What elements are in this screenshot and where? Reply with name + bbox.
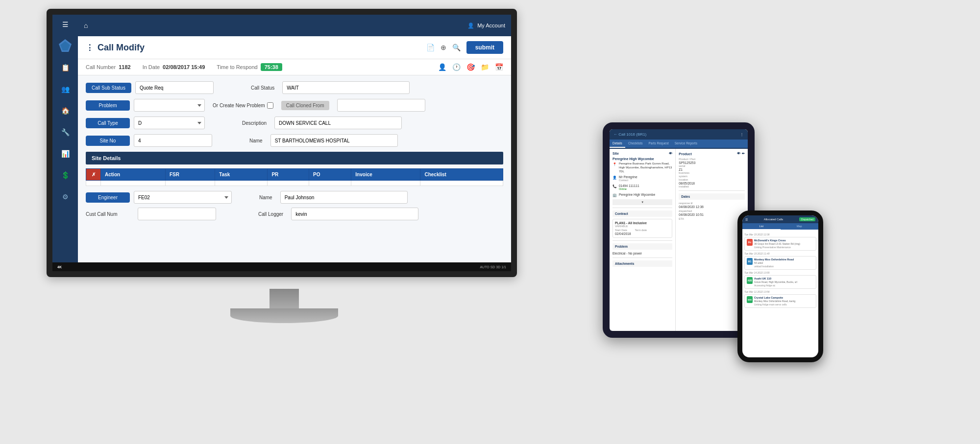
form-row-3: Call Type D Description [86, 117, 503, 129]
tablet-tab-service-reports[interactable]: Service Reports [672, 140, 700, 148]
tablet-problem-section: Problem [612, 243, 672, 250]
add-icon[interactable]: ⊕ [441, 44, 446, 51]
cust-call-num-input[interactable] [138, 208, 216, 220]
or-create-new-checkbox[interactable] [267, 102, 273, 109]
phone-date-header-1: Tue Mar 15 2022 12:36 [744, 233, 816, 236]
target-icon[interactable]: 🎯 [466, 63, 475, 71]
call-number-value: 1182 [119, 64, 130, 70]
tablet-response-date: response til 04/08/2020 12:36 [679, 202, 745, 209]
name2-input[interactable] [280, 191, 408, 204]
home-nav-icon[interactable]: ⌂ [84, 22, 88, 29]
tablet-tab-parts-request[interactable]: Parts Request [646, 140, 672, 148]
tablet-header: ← Call 1016 (BR1) ⋮ [610, 129, 748, 140]
tablet-tab-details[interactable]: Details [610, 140, 625, 148]
phone-item-title-4: Crystal Lake Campsite [754, 296, 814, 299]
table-cell-pr [268, 181, 309, 186]
account-person-icon: 👤 [467, 23, 474, 29]
tablet-product-icons: 👁 ✏ [737, 152, 745, 156]
phone-title: Allocated Calls [764, 218, 784, 221]
problem-select[interactable] [134, 99, 205, 112]
search-icon[interactable]: 🔍 [452, 44, 461, 51]
tablet-product-eye-icon[interactable]: 👁 [737, 152, 740, 156]
tablet-person-icon: 👤 [612, 176, 617, 180]
sidebar-item-reports[interactable]: 📋 [58, 61, 73, 74]
tablet-serial-label: serial [679, 164, 745, 167]
site-no-input[interactable] [134, 134, 212, 147]
tablet-phone-icon: 📞 [612, 185, 617, 188]
list-item[interactable]: Pri McDonald's Kings Cross 36 Grays Inn … [744, 237, 816, 251]
engineer-select[interactable]: FE02 [134, 191, 232, 204]
table-header-po: PO [309, 169, 351, 181]
tablet-installed-label: installed [679, 185, 745, 188]
form-row-2: Problem Or Create New Problem Call Clone… [86, 99, 503, 112]
table-cell-checklist [420, 181, 503, 186]
site-details-section: Site Details [86, 152, 503, 164]
table-cell-invoice [351, 181, 420, 186]
call-type-button[interactable]: Call Type [86, 118, 130, 128]
tablet-product-edit-icon[interactable]: ✏ [742, 152, 745, 156]
table-header-x[interactable]: ✗ [86, 169, 101, 181]
phone-device: ☰ Allocated Calls Dispatched List Map Tu… [737, 210, 823, 362]
phone-item-tag-3: Accessing fridge ac [754, 284, 814, 287]
time-respond-label: Time to Respond [217, 64, 257, 70]
description-field: Description [242, 117, 402, 129]
tablet-site-eye-icon[interactable]: 👁 [669, 152, 672, 155]
phone-tab-map[interactable]: Map [781, 223, 819, 230]
tablet-dropdown-button[interactable]: ▼ [612, 199, 672, 205]
tablet-system-label: system [679, 175, 745, 178]
call-logger-input[interactable] [291, 208, 418, 220]
call-sub-status-button[interactable]: Call Sub Status [86, 83, 131, 93]
tablet-dispatched-info: dispatched 04/08/2020 10:51 [679, 210, 745, 216]
problem-button[interactable]: Problem [86, 100, 130, 111]
hamburger-icon[interactable]: ☰ [60, 19, 71, 30]
sidebar-item-home[interactable]: 🏠 [58, 104, 73, 117]
phone-item-title-2: Monkey Mos Oxfordshire Road [754, 258, 814, 261]
phone-hamburger-icon[interactable]: ☰ [745, 218, 748, 221]
document-icon[interactable]: 📄 [426, 44, 435, 51]
sidebar-item-billing[interactable]: 💲 [58, 168, 73, 182]
sidebar-item-settings[interactable]: ⚙ [59, 190, 72, 204]
page-title-row: ⋮ Call Modify [86, 43, 145, 53]
list-item[interactable]: M1 Monkey Mos Oxfordshire Road 54 artiol… [744, 256, 816, 270]
phone-date-header-2: Tue Mar 15 2022 11:40 [744, 252, 816, 255]
sidebar-item-users[interactable]: 👥 [58, 82, 73, 96]
monitor-screen: ☰ 📋 👥 🏠 🔧 📊 💲 ⚙ [47, 9, 517, 277]
person-icon[interactable]: 👤 [438, 63, 446, 71]
problem-field: Problem [86, 99, 205, 112]
tablet-back-button[interactable]: ← Call 1016 (BR1) [613, 132, 646, 137]
tablet-tab-checklists[interactable]: Checklists [625, 140, 646, 148]
phone-tab-list[interactable]: List [742, 223, 781, 230]
submit-button[interactable]: submit [466, 41, 503, 54]
account-menu[interactable]: 👤 My Account [467, 23, 505, 29]
tablet-location-value: 08/05/2018 [679, 182, 745, 185]
tablet-location-label: location [679, 178, 745, 181]
file-icon[interactable]: 📁 [481, 63, 489, 71]
clock-icon[interactable]: 🕐 [452, 63, 461, 71]
call-cloned-input[interactable] [337, 99, 425, 112]
tablet-right-panel: Product 👁 ✏ Product / Part SP5125253 ser… [676, 149, 748, 331]
sidebar-item-charts[interactable]: 📊 [58, 147, 73, 161]
tablet-menu-icon[interactable]: ⋮ [740, 132, 744, 137]
tablet-contract-card: PLAN1 - All Inclusive VARIABLE Start Dat… [612, 219, 672, 238]
list-item[interactable]: SME Crystal Lake Campsite Monkey Mos Oxf… [744, 294, 816, 308]
call-status-input[interactable] [282, 81, 410, 94]
call-sub-status-input[interactable] [135, 81, 214, 94]
tablet-site-label: Site [612, 152, 619, 155]
phone-date-header-3: Tue Mar 14 2022 13:55 [744, 271, 816, 274]
calendar-icon[interactable]: 📅 [495, 63, 503, 71]
call-type-select[interactable]: D [134, 117, 205, 129]
call-cloned-button[interactable]: Call Cloned From [281, 101, 329, 110]
site-no-button[interactable]: Site No [86, 136, 130, 146]
engineer-button[interactable]: Engineer [86, 192, 130, 203]
tablet-phone-online-label: Online [619, 187, 639, 190]
tablet-business: Z1 [679, 168, 745, 171]
description-input[interactable] [274, 117, 402, 129]
name2-label: Name [259, 195, 272, 200]
phone-item-tag-4: Unking fridge main servo cells [754, 303, 814, 306]
list-item[interactable]: A95 Asahi UK 110 Grove Road, High Wycomb… [744, 275, 816, 289]
sidebar-item-tools[interactable]: 🔧 [58, 125, 73, 139]
in-date-label: In Date [143, 64, 160, 70]
phone-badge-4: SME [747, 296, 753, 303]
name-input[interactable] [270, 134, 398, 147]
table-header-invoice: Invoice [351, 169, 420, 181]
